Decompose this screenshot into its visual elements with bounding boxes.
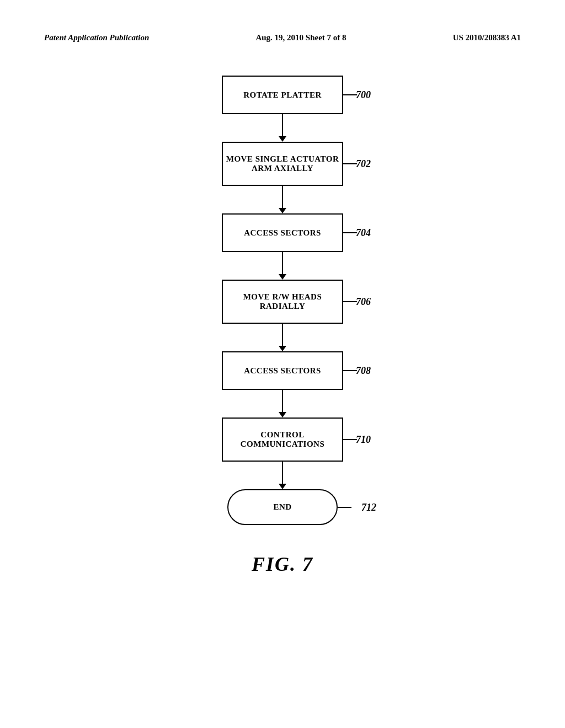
label-708: 708 <box>356 365 371 377</box>
label-700: 700 <box>356 89 371 101</box>
header-publication: Patent Application Publication <box>44 33 149 42</box>
flow-step-706: MOVE R/W HEADS RADIALLY 706 <box>222 280 343 324</box>
connector-arrow <box>279 274 286 280</box>
connector-710-712 <box>279 462 286 489</box>
flow-step-708: ACCESS SECTORS 708 <box>222 351 343 390</box>
connector-line <box>282 114 283 136</box>
connector-708-710 <box>279 390 286 417</box>
box-700: ROTATE PLATTER <box>222 76 343 114</box>
label-704: 704 <box>356 227 371 239</box>
header-patent-number: US 2010/208383 A1 <box>453 33 521 42</box>
label-712: 712 <box>361 501 376 513</box>
connector-line <box>282 186 283 208</box>
flowchart: ROTATE PLATTER 700 MOVE SINGLE ACTUATOR … <box>0 76 565 525</box>
label-702: 702 <box>356 158 371 170</box>
box-702: MOVE SINGLE ACTUATOR ARM AXIALLY <box>222 142 343 186</box>
connector-702-704 <box>279 186 286 213</box>
page: Patent Application Publication Aug. 19, … <box>0 0 565 728</box>
header: Patent Application Publication Aug. 19, … <box>0 0 565 42</box>
box-712: END <box>227 489 338 525</box>
flow-step-710: CONTROL COMMUNICATIONS 710 <box>222 417 343 462</box>
flow-step-702: MOVE SINGLE ACTUATOR ARM AXIALLY 702 <box>222 142 343 186</box>
box-710: CONTROL COMMUNICATIONS <box>222 417 343 462</box>
box-706: MOVE R/W HEADS RADIALLY <box>222 280 343 324</box>
box-702-text: MOVE SINGLE ACTUATOR ARM AXIALLY <box>226 154 339 173</box>
box-710-text: CONTROL COMMUNICATIONS <box>241 430 325 449</box>
connector-704-706 <box>279 252 286 280</box>
figure-label: FIG. 7 <box>0 553 565 576</box>
box-700-text: ROTATE PLATTER <box>243 90 322 100</box>
box-706-text: MOVE R/W HEADS RADIALLY <box>243 292 322 311</box>
connector-arrow <box>279 412 286 417</box>
header-date-sheet: Aug. 19, 2010 Sheet 7 of 8 <box>255 33 346 42</box>
connector-line <box>282 390 283 412</box>
flow-step-712: END 712 <box>227 489 338 525</box>
box-712-text: END <box>273 502 291 512</box>
box-704-text: ACCESS SECTORS <box>244 228 321 238</box>
connector-arrow <box>279 484 286 489</box>
connector-arrow <box>279 208 286 213</box>
box-708-text: ACCESS SECTORS <box>244 366 321 376</box>
connector-700-702 <box>279 114 286 142</box>
connector-line <box>282 324 283 346</box>
label-706: 706 <box>356 296 371 308</box>
connector-706-708 <box>279 324 286 351</box>
flow-step-704: ACCESS SECTORS 704 <box>222 213 343 252</box>
connector-line <box>282 462 283 484</box>
box-704: ACCESS SECTORS <box>222 213 343 252</box>
connector-line <box>282 252 283 274</box>
flow-step-700: ROTATE PLATTER 700 <box>222 76 343 114</box>
connector-arrow <box>279 346 286 351</box>
box-708: ACCESS SECTORS <box>222 351 343 390</box>
connector-arrow <box>279 136 286 142</box>
label-710: 710 <box>356 434 371 446</box>
